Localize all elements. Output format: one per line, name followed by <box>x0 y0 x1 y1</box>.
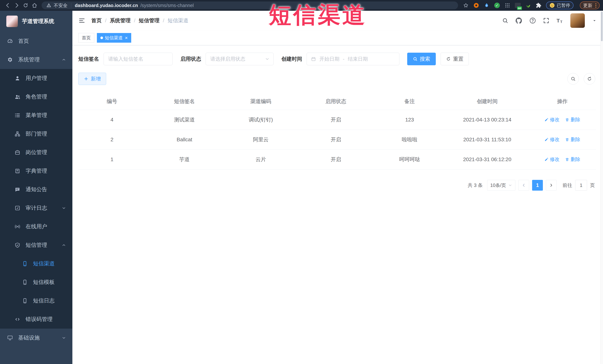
sidebar-item-错误码管理[interactable]: 错误码管理 <box>0 310 72 329</box>
sidebar-item-label: 岗位管理 <box>26 149 47 156</box>
url-path: /system/sms/sms-channel <box>140 3 194 8</box>
sidebar-item-基础设施[interactable]: 基础设施 <box>0 329 72 347</box>
grid-extension-icon[interactable] <box>504 2 510 8</box>
sidebar-item-系统管理[interactable]: 系统管理 <box>0 50 72 69</box>
cell-code: 阿里云 <box>223 130 298 150</box>
navbar-icons: TT <box>502 13 597 28</box>
edit-icon <box>544 157 548 162</box>
tags-view-bar: 首页短信渠道× <box>72 30 603 45</box>
sidebar-item-首页[interactable]: 首页 <box>0 32 72 50</box>
sidebar-item-审计日志[interactable]: 审计日志 <box>0 199 72 217</box>
toggle-search-button[interactable] <box>567 73 579 85</box>
breadcrumb-item[interactable]: 系统管理 <box>110 17 131 24</box>
edit-link[interactable]: 修改 <box>544 136 560 143</box>
user-avatar[interactable] <box>570 13 585 28</box>
breadcrumb-item[interactable]: 首页 <box>91 17 102 24</box>
tab-短信渠道[interactable]: 短信渠道× <box>97 33 131 43</box>
sidebar-item-label: 菜单管理 <box>26 112 47 119</box>
edit-link[interactable]: 修改 <box>544 116 560 123</box>
puzzle-extensions-icon[interactable] <box>536 2 542 8</box>
update-label: 更新 <box>583 2 592 9</box>
tab-close-icon[interactable]: × <box>125 35 128 40</box>
search-button[interactable]: 搜索 <box>407 53 436 65</box>
sidebar-logo[interactable]: 芋道管理系统 <box>0 11 72 32</box>
table-header-cell: 编号 <box>78 93 146 110</box>
status-filter-select[interactable]: 请选择启用状态 <box>206 53 274 65</box>
sidebar-item-通知公告[interactable]: 通知公告 <box>0 180 72 199</box>
on-badge-extension-icon[interactable]: on <box>515 2 521 8</box>
sidebar: 芋道管理系统 首页系统管理用户管理角色管理菜单管理部门管理岗位管理字典管理通知公… <box>0 11 72 364</box>
sidebar-item-部门管理[interactable]: 部门管理 <box>0 125 72 143</box>
fullscreen-icon[interactable] <box>543 17 550 24</box>
sidebar-item-label: 角色管理 <box>26 93 47 100</box>
sign-filter-input[interactable] <box>104 53 173 65</box>
add-button[interactable]: 新增 <box>78 73 106 85</box>
audit-log-icon <box>14 205 20 211</box>
breadcrumb-separator: / <box>105 18 106 23</box>
breadcrumb-separator: / <box>163 18 164 23</box>
delete-link[interactable]: 删除 <box>565 136 580 143</box>
orange-ring-extension-icon[interactable] <box>473 2 479 8</box>
bookmark-star-icon[interactable] <box>463 2 469 8</box>
avatar-caret-down-icon[interactable] <box>592 18 597 23</box>
browser-back-icon[interactable] <box>3 1 12 10</box>
next-page-button[interactable] <box>546 180 557 191</box>
goto-label: 前往 <box>563 182 572 188</box>
cell-id: 4 <box>78 110 146 130</box>
sidebar-item-岗位管理[interactable]: 岗位管理 <box>0 143 72 162</box>
breadcrumb-item[interactable]: 短信管理 <box>139 17 160 24</box>
sidebar-item-在线用户[interactable]: 在线用户 <box>0 217 72 236</box>
prev-page-button[interactable] <box>518 180 529 191</box>
sidebar-item-label: 部门管理 <box>26 130 47 138</box>
cell-status: 开启 <box>298 130 373 150</box>
date-range-picker[interactable]: 开始日期 - 结束日期 <box>307 53 399 65</box>
search-icon[interactable] <box>502 17 508 24</box>
kebab-menu-icon[interactable] <box>595 3 596 8</box>
chevron-down-icon <box>508 183 512 187</box>
cell-remark: 123 <box>373 110 446 130</box>
page-number-1[interactable]: 1 <box>532 180 543 191</box>
browser-update-button[interactable]: 更新 <box>580 1 600 9</box>
status-filter-label: 启用状态 <box>180 55 201 63</box>
org-tree-icon <box>14 131 20 137</box>
table-header-cell: 启用状态 <box>298 93 373 110</box>
refresh-table-button[interactable] <box>584 73 595 85</box>
font-size-icon[interactable]: TT <box>556 17 564 24</box>
help-icon[interactable] <box>529 17 536 24</box>
sprout-extension-icon[interactable] <box>525 2 531 8</box>
sidebar-item-角色管理[interactable]: 角色管理 <box>0 88 72 106</box>
window-scrollbar[interactable] <box>600 11 603 364</box>
page-size-select[interactable]: 10条/页 <box>487 180 515 191</box>
code-icon <box>14 316 20 322</box>
goto-page-input[interactable] <box>575 180 587 191</box>
table-header-cell: 操作 <box>529 93 596 110</box>
chevron-down-icon <box>62 336 66 340</box>
tab-首页[interactable]: 首页 <box>78 33 94 43</box>
delete-link[interactable]: 删除 <box>565 156 580 163</box>
hamburger-icon[interactable] <box>78 17 85 24</box>
cell-actions: 修改删除 <box>529 150 596 169</box>
cell-created: 2021-04-13 00:23:14 <box>446 110 529 130</box>
edit-link[interactable]: 修改 <box>544 156 560 163</box>
delete-link[interactable]: 删除 <box>565 116 580 123</box>
emoji-face-icon <box>549 3 555 8</box>
reset-button[interactable]: 重置 <box>441 53 469 65</box>
github-icon[interactable] <box>515 17 522 24</box>
sidebar-item-短信日志[interactable]: 短信日志 <box>0 291 72 310</box>
sidebar-item-短信渠道[interactable]: 短信渠道 <box>0 254 72 273</box>
location-drop-extension-icon[interactable] <box>484 2 490 8</box>
sidebar-item-字典管理[interactable]: 字典管理 <box>0 162 72 180</box>
sidebar-item-短信管理[interactable]: 短信管理 <box>0 236 72 254</box>
browser-forward-icon[interactable] <box>12 1 21 10</box>
address-bar[interactable]: 不安全 dashboard.yudao.iocoder.cn /system/s… <box>42 1 458 9</box>
browser-home-icon[interactable] <box>30 1 39 10</box>
sidebar-item-label: 错误码管理 <box>26 316 53 323</box>
sidebar-item-短信模板[interactable]: 短信模板 <box>0 273 72 291</box>
paused-profile-chip[interactable]: 已暂停 <box>546 1 573 9</box>
sidebar-item-菜单管理[interactable]: 菜单管理 <box>0 106 72 125</box>
sidebar-item-label: 短信管理 <box>26 242 47 249</box>
tab-label: 短信渠道 <box>105 35 123 41</box>
browser-reload-icon[interactable] <box>21 1 30 10</box>
green-check-extension-icon[interactable]: ✓ <box>494 2 500 8</box>
sidebar-item-用户管理[interactable]: 用户管理 <box>0 69 72 88</box>
